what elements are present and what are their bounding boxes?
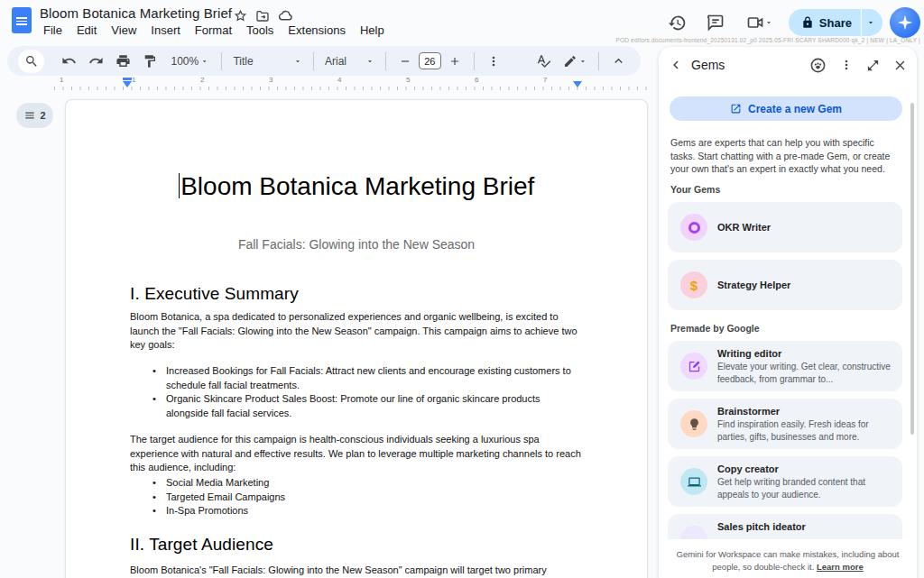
doc-heading-2[interactable]: II. Target Audience: [130, 535, 273, 555]
zoom-select[interactable]: 100%: [165, 50, 214, 73]
toolbar-divider: [221, 52, 222, 70]
share-dropdown-button[interactable]: [862, 18, 882, 27]
docs-logo-icon[interactable]: [12, 7, 32, 33]
learn-more-link[interactable]: Learn more: [817, 562, 864, 572]
more-vert-icon[interactable]: [839, 58, 854, 72]
right-indent-marker[interactable]: [573, 81, 582, 87]
close-icon[interactable]: [892, 58, 908, 73]
create-new-gem-button[interactable]: Create a new Gem: [670, 96, 902, 121]
expand-panel-icon[interactable]: [866, 59, 880, 72]
gem-name: Strategy Helper: [717, 280, 790, 290]
ruler-number: 3: [269, 76, 273, 84]
strategy-helper-icon: $: [680, 271, 707, 298]
share-label: Share: [819, 16, 852, 30]
chevron-down-icon: [200, 57, 208, 66]
doc-bullet-item[interactable]: Social Media Marketing: [152, 476, 577, 491]
paw-icon[interactable]: [809, 57, 827, 74]
pen-icon: [563, 54, 578, 69]
hide-menus-button[interactable]: [606, 50, 630, 73]
gem-description: Get help writing branded content that ap…: [717, 476, 894, 500]
undo-button[interactable]: [57, 50, 80, 73]
spelling-grammar-button[interactable]: [532, 50, 556, 73]
gem-name: Writing editor: [717, 348, 781, 359]
gem-card-strategy-helper[interactable]: $ Strategy Helper: [668, 260, 902, 310]
paragraph-style-select[interactable]: Title: [229, 50, 306, 73]
increase-font-size-button[interactable]: [443, 50, 467, 73]
doc-bullet-item[interactable]: Increased Bookings for Fall Facials: Att…: [152, 364, 577, 392]
share-main[interactable]: Share: [789, 16, 861, 30]
toolbar: 100% Title Arial 26: [7, 46, 641, 76]
menu-file[interactable]: File: [36, 22, 69, 39]
more-vert-icon: [486, 54, 501, 69]
gemini-button[interactable]: [890, 7, 920, 38]
menu-extensions[interactable]: Extensions: [281, 22, 353, 39]
horizontal-ruler: 1 1 2 3 4 5 6 7: [54, 78, 654, 90]
doc-subtitle-text[interactable]: Fall Facials: Glowing into the New Seaso…: [66, 237, 647, 252]
menu-format[interactable]: Format: [188, 22, 239, 39]
document-title-input[interactable]: Bloom Botanica Marketing Brief: [40, 5, 232, 21]
ruler-number: 1: [132, 76, 135, 84]
gem-card-writing-editor[interactable]: Writing editor Elevate your writing. Get…: [668, 341, 902, 391]
first-line-indent-marker[interactable]: [123, 78, 132, 80]
gemini-disclaimer: Gemini for Workspace can make mistakes, …: [677, 549, 900, 572]
font-value: Arial: [325, 55, 346, 68]
doc-bullet-list: Social Media Marketing Targeted Email Ca…: [152, 476, 577, 518]
doc-paragraph[interactable]: Bloom Botanica's "Fall Facials: Glowing …: [130, 564, 587, 578]
decrease-font-size-button[interactable]: [393, 50, 417, 73]
gems-panel-header: Gems: [659, 47, 917, 83]
gem-card-okr-writer[interactable]: OKR Writer: [668, 202, 902, 252]
gem-name: Sales pitch ideator: [717, 521, 806, 532]
menu-insert[interactable]: Insert: [143, 22, 188, 39]
menu-help[interactable]: Help: [353, 22, 392, 39]
redo-icon: [88, 53, 104, 69]
menu-view[interactable]: View: [104, 22, 143, 39]
doc-paragraph[interactable]: The target audience for this campaign is…: [130, 433, 587, 475]
doc-title-text[interactable]: Bloom Botanica Marketing Brief: [66, 172, 647, 201]
chevron-down-icon: [365, 57, 374, 66]
writing-editor-icon: [680, 353, 707, 380]
brainstormer-lightbulb-icon: [680, 410, 707, 437]
paint-format-button[interactable]: [138, 50, 162, 73]
left-indent-marker[interactable]: [123, 81, 132, 87]
meet-video-call-button[interactable]: [738, 10, 781, 35]
comments-button[interactable]: [700, 10, 731, 35]
gems-panel-title: Gems: [691, 58, 725, 72]
menu-edit[interactable]: Edit: [69, 22, 104, 39]
toolbar-divider: [474, 52, 475, 70]
copy-creator-laptop-icon: [680, 468, 707, 495]
zoom-value: 100%: [171, 55, 199, 68]
style-value: Title: [233, 55, 253, 68]
text-cursor: [179, 173, 180, 198]
print-button[interactable]: [111, 50, 134, 73]
gem-name: Copy creator: [717, 463, 779, 474]
star-icon[interactable]: [234, 9, 247, 23]
spellcheck-icon: [536, 53, 551, 69]
gem-card-copy-creator[interactable]: Copy creator Get help writing branded co…: [668, 456, 902, 507]
premade-by-google-label: Premade by Google: [670, 323, 760, 334]
gem-card-brainstormer[interactable]: Brainstormer Find inspiration easily. Fr…: [668, 399, 902, 449]
version-history-button[interactable]: [662, 10, 693, 35]
search-menus-button[interactable]: [18, 50, 44, 73]
back-button[interactable]: [668, 57, 684, 73]
more-options-button[interactable]: [482, 50, 505, 73]
redo-button[interactable]: [84, 50, 107, 73]
doc-paragraph[interactable]: Bloom Botanica, a spa dedicated to perso…: [130, 310, 587, 353]
undo-icon: [61, 53, 77, 69]
gems-side-panel: Gems Create a new Gem Gems are experts t…: [659, 47, 917, 578]
share-button[interactable]: Share: [789, 9, 882, 36]
menu-tools[interactable]: Tools: [239, 22, 281, 39]
doc-bullet-item[interactable]: In-Spa Promotions: [152, 504, 577, 518]
search-icon: [24, 54, 39, 69]
document-page[interactable]: Bloom Botanica Marketing Brief Fall Faci…: [65, 99, 648, 578]
doc-heading-1[interactable]: I. Executive Summary: [130, 284, 299, 304]
document-tabs-button[interactable]: 2: [16, 103, 53, 128]
font-size-input[interactable]: 26: [419, 52, 441, 69]
panel-scrollbar[interactable]: [910, 103, 914, 435]
doc-bullet-item[interactable]: Organic Skincare Product Sales Boost: Pr…: [152, 392, 577, 420]
build-debug-text: POD editors.documents-frontend_20250131.…: [615, 37, 920, 43]
editing-mode-button[interactable]: [559, 50, 592, 73]
menu-bar: File Edit View Insert Format Tools Exten…: [36, 22, 392, 39]
font-family-select[interactable]: Arial: [321, 50, 378, 73]
toolbar-divider: [385, 52, 386, 70]
doc-bullet-item[interactable]: Targeted Email Campaigns: [152, 491, 577, 505]
